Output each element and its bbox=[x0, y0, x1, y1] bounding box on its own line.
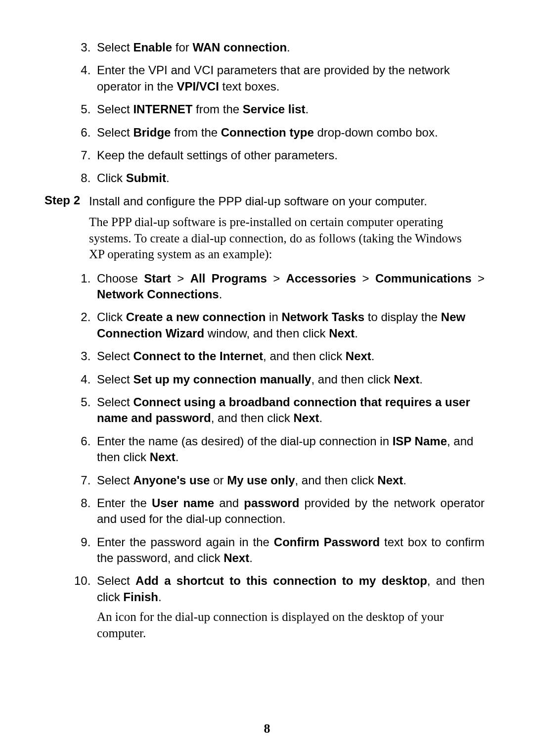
text: , and then click bbox=[311, 373, 394, 386]
text: Select bbox=[97, 574, 135, 587]
text: in bbox=[266, 310, 281, 324]
page-number: 8 bbox=[0, 721, 534, 736]
text: . bbox=[319, 411, 323, 425]
list-item: Click Create a new connection in Network… bbox=[94, 309, 485, 341]
text: > bbox=[472, 272, 485, 285]
bold-text: Next bbox=[223, 551, 249, 565]
bold-text: WAN connection bbox=[192, 41, 287, 54]
bold-text: Next bbox=[394, 373, 419, 386]
result-paragraph: An icon for the dial-up connection is di… bbox=[97, 609, 485, 641]
bold-text: Next bbox=[329, 327, 355, 340]
text: for bbox=[172, 41, 192, 54]
bold-text: Confirm Password bbox=[274, 535, 380, 549]
bold-text: User name bbox=[152, 496, 214, 510]
list-item: Select INTERNET from the Service list. bbox=[94, 101, 485, 117]
bold-text: Communications bbox=[375, 272, 472, 285]
bold-text: ISP Name bbox=[393, 434, 447, 448]
bold-text: My use only bbox=[227, 473, 295, 487]
bold-text: Anyone's use bbox=[133, 473, 210, 487]
list-item: Enter the name (as desired) of the dial-… bbox=[94, 433, 485, 466]
text: Click bbox=[97, 171, 126, 185]
text: . bbox=[249, 551, 253, 565]
text: window, and then click bbox=[204, 327, 329, 340]
list-item: Select Enable for WAN connection. bbox=[94, 40, 485, 55]
list-item: Click Submit. bbox=[94, 170, 485, 186]
text: drop-down combo box. bbox=[314, 126, 438, 139]
text: . bbox=[419, 373, 423, 386]
list-item: Enter the VPI and VCI parameters that ar… bbox=[94, 62, 485, 94]
bold-text: Set up my connection manually bbox=[133, 373, 311, 386]
list-item: Select Add a shortcut to this connection… bbox=[94, 573, 485, 641]
text: Select bbox=[97, 395, 133, 409]
bold-text: Service list bbox=[243, 102, 306, 116]
text: Enter the password again in the bbox=[97, 535, 274, 549]
list-item: Keep the default settings of other param… bbox=[94, 147, 485, 163]
bold-text: Submit bbox=[126, 171, 166, 185]
step-text: Install and configure the PPP dial-up so… bbox=[89, 193, 485, 209]
list-item: Select Anyone's use or My use only, and … bbox=[94, 472, 485, 488]
text: Select bbox=[97, 349, 133, 363]
text: Select bbox=[97, 373, 133, 386]
text: . bbox=[371, 349, 375, 363]
bold-text: All Programs bbox=[190, 272, 267, 285]
text: . bbox=[158, 590, 162, 604]
bold-text: Network Tasks bbox=[281, 310, 364, 324]
bold-text: Next bbox=[150, 450, 176, 464]
text: . bbox=[306, 102, 309, 116]
text: Enter the name (as desired) of the dial-… bbox=[97, 434, 393, 448]
text: from the bbox=[171, 126, 221, 139]
list-item: Select Connect to the Internet, and then… bbox=[94, 348, 485, 364]
text: Select bbox=[97, 102, 133, 116]
list-item: Select Connect using a broadband connect… bbox=[94, 394, 485, 426]
text: Select bbox=[97, 126, 133, 139]
step2-intro-paragraph: The PPP dial-up software is pre-installe… bbox=[89, 214, 485, 263]
list-item: Enter the User name and password provide… bbox=[94, 495, 485, 527]
list-item: Choose Start > All Programs > Accessorie… bbox=[94, 271, 485, 303]
text: to display the bbox=[364, 310, 441, 324]
text: Enter the bbox=[97, 496, 152, 510]
text: and bbox=[214, 496, 244, 510]
bold-text: INTERNET bbox=[133, 102, 192, 116]
text: . bbox=[176, 450, 179, 464]
text: from the bbox=[192, 102, 242, 116]
bold-text: Add a shortcut to this connection to my … bbox=[135, 574, 427, 587]
bold-text: Enable bbox=[133, 41, 172, 54]
bold-text: Connect to the Internet bbox=[133, 349, 263, 363]
text: text boxes. bbox=[219, 80, 280, 93]
bold-text: Connection type bbox=[221, 126, 314, 139]
bold-text: Next bbox=[377, 473, 403, 487]
text: Keep the default settings of other param… bbox=[97, 148, 338, 162]
text: . bbox=[355, 327, 358, 340]
bold-text: Next bbox=[294, 411, 319, 425]
text: . bbox=[287, 41, 290, 54]
bold-text: Start bbox=[144, 272, 171, 285]
list-item: Select Bridge from the Connection type d… bbox=[94, 125, 485, 141]
text: . bbox=[219, 287, 222, 301]
bold-text: Next bbox=[346, 349, 371, 363]
bold-text: Bridge bbox=[133, 126, 171, 139]
list-item: Select Set up my connection manually, an… bbox=[94, 372, 485, 387]
text: > bbox=[171, 272, 190, 285]
document-page: Select Enable for WAN connection. Enter … bbox=[0, 0, 534, 756]
step2-substeps-list: Choose Start > All Programs > Accessorie… bbox=[59, 271, 485, 642]
bold-text: Network Connections bbox=[97, 287, 219, 301]
text: , and then click bbox=[263, 349, 346, 363]
step-label: Step 2 bbox=[44, 193, 89, 207]
text: , and then click bbox=[295, 473, 378, 487]
list-item: Enter the password again in the Confirm … bbox=[94, 534, 485, 567]
step1-substeps-list: Select Enable for WAN connection. Enter … bbox=[59, 40, 485, 187]
text: Choose bbox=[97, 272, 144, 285]
text: . bbox=[166, 171, 170, 185]
step2-heading: Step 2 Install and configure the PPP dia… bbox=[44, 193, 485, 209]
text: Click bbox=[97, 310, 126, 324]
text: . bbox=[403, 473, 406, 487]
bold-text: Finish bbox=[123, 590, 158, 604]
bold-text: password bbox=[244, 496, 299, 510]
text: > bbox=[267, 272, 286, 285]
text: or bbox=[210, 473, 227, 487]
bold-text: Create a new connection bbox=[126, 310, 266, 324]
text: , and then click bbox=[211, 411, 294, 425]
bold-text: VPI/VCI bbox=[177, 80, 219, 93]
bold-text: Accessories bbox=[286, 272, 356, 285]
text: Select bbox=[97, 41, 133, 54]
